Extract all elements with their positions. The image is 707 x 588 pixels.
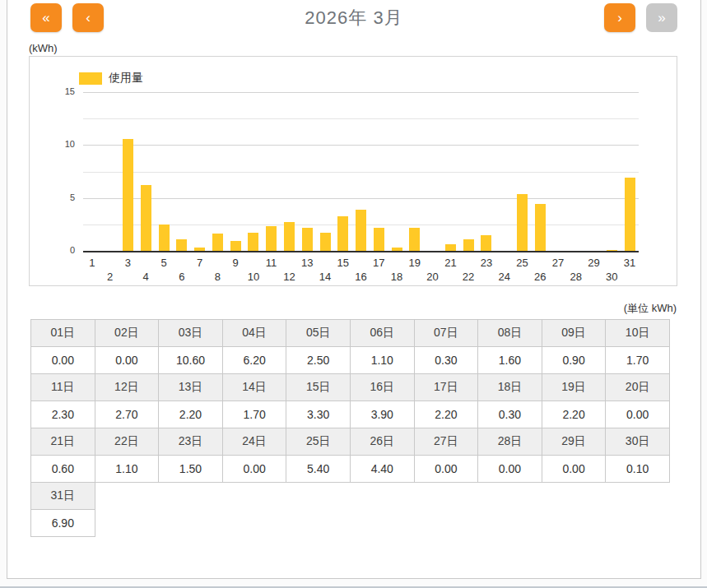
usage-value-cell: 0.00 [542, 455, 607, 483]
day-header-cell: 27日 [414, 428, 479, 456]
usage-value-cell: 1.70 [222, 400, 287, 428]
usage-value-cell: 1.50 [158, 455, 223, 483]
usage-panel: « ‹ 2026年 3月 › » (kWh) 使用量 0510151234567… [7, 0, 701, 579]
x-axis-tick-label: 20 [422, 271, 444, 283]
day-header-cell: 03日 [158, 319, 223, 347]
day-header-cell: 01日 [30, 319, 95, 347]
x-axis-tick-label: 30 [601, 271, 622, 283]
bar-day-21 [445, 244, 456, 251]
day-header-cell: 15日 [286, 373, 351, 401]
table-value-row-1: 0.000.0010.606.202.501.100.301.600.901.7… [30, 346, 670, 374]
bar-day-7 [194, 248, 205, 251]
usage-value-cell: 0.00 [95, 346, 160, 374]
table-value-row-3: 0.601.101.500.005.404.400.000.000.000.10 [30, 455, 670, 483]
day-header-cell: 23日 [158, 428, 223, 456]
x-axis-tick-label: 24 [494, 271, 515, 283]
bar-day-4 [141, 185, 151, 251]
major-gridline [83, 92, 639, 93]
y-axis-tick-label: 5 [42, 192, 75, 202]
x-axis-tick-label: 21 [440, 257, 461, 269]
y-axis-tick-label: 10 [42, 139, 75, 149]
day-header-cell: 02日 [95, 319, 160, 347]
bar-day-17 [374, 228, 384, 251]
legend-label: 使用量 [109, 71, 143, 86]
usage-value-cell: 0.10 [605, 455, 670, 483]
usage-value-cell: 2.20 [414, 400, 479, 428]
x-axis-tick-label: 2 [100, 271, 121, 283]
table-header-row-4: 31日 [30, 482, 670, 510]
bar-day-14 [320, 233, 331, 251]
day-header-cell: 12日 [95, 373, 160, 401]
day-header-cell: 14日 [222, 373, 287, 401]
day-header-cell: 04日 [222, 319, 287, 347]
bar-day-26 [535, 204, 546, 251]
bar-day-8 [212, 234, 223, 251]
table-unit-note: (単位 kWh) [624, 301, 677, 316]
usage-value-cell: 1.10 [95, 455, 160, 483]
day-header-cell: 06日 [350, 319, 415, 347]
usage-value-cell: 0.90 [542, 346, 607, 374]
table-header-row-3: 21日22日23日24日25日26日27日28日29日30日 [30, 428, 670, 456]
x-axis-tick-label: 28 [565, 271, 587, 283]
bar-day-13 [302, 228, 313, 251]
usage-value-cell: 0.30 [414, 346, 479, 374]
usage-value-cell: 2.20 [158, 400, 223, 428]
bar-day-16 [356, 210, 366, 251]
usage-value-cell: 0.00 [477, 455, 542, 483]
bar-day-15 [337, 216, 348, 251]
usage-value-cell: 0.60 [30, 455, 95, 483]
bar-day-22 [463, 239, 474, 251]
x-axis-tick-label: 12 [278, 271, 300, 283]
major-gridline [83, 145, 639, 146]
bar-day-3 [123, 139, 133, 251]
x-axis-tick-label: 25 [512, 257, 533, 269]
usage-value-cell: 1.70 [605, 346, 670, 374]
day-header-cell: 20日 [605, 373, 670, 401]
usage-value-cell: 0.00 [414, 455, 479, 483]
x-axis-tick-label: 14 [314, 271, 336, 283]
page-title: 2026年 3月 [7, 6, 700, 30]
usage-value-cell: 2.70 [95, 400, 160, 428]
x-axis-tick-label: 27 [547, 257, 569, 269]
bar-day-19 [409, 228, 420, 251]
bar-day-25 [517, 194, 528, 251]
chevron-right-icon: › [617, 10, 622, 25]
bar-day-5 [159, 225, 170, 251]
x-axis-tick-label: 15 [333, 257, 354, 269]
x-axis-tick-label: 4 [135, 271, 156, 283]
x-axis-tick-label: 22 [458, 271, 479, 283]
day-header-cell: 29日 [542, 428, 607, 456]
day-header-cell: 28日 [477, 428, 542, 456]
x-axis-line [83, 251, 639, 252]
bar-day-6 [176, 239, 187, 251]
bar-day-23 [481, 235, 491, 251]
day-header-cell: 24日 [222, 428, 287, 456]
table-header-row-1: 01日02日03日04日05日06日07日08日09日10日 [30, 319, 670, 347]
usage-value-cell: 0.00 [222, 455, 287, 483]
day-header-cell: 25日 [286, 428, 351, 456]
day-header-cell: 16日 [350, 373, 415, 401]
bar-day-11 [266, 226, 277, 251]
minor-gridline [83, 118, 639, 119]
day-header-cell: 19日 [542, 373, 607, 401]
next-month-button[interactable]: › [604, 3, 635, 32]
bar-day-31 [625, 178, 635, 251]
day-header-cell: 22日 [95, 428, 160, 456]
usage-value-cell: 0.00 [605, 400, 670, 428]
day-header-cell: 08日 [477, 319, 542, 347]
usage-value-cell: 10.60 [158, 346, 223, 374]
major-gridline [83, 198, 639, 199]
x-axis-tick-label: 17 [368, 257, 389, 269]
x-axis-tick-label: 10 [243, 271, 264, 283]
x-axis-tick-label: 3 [117, 257, 138, 269]
x-axis-tick-label: 9 [225, 257, 246, 269]
usage-value-cell: 1.60 [477, 346, 542, 374]
daily-usage-table: 01日02日03日04日05日06日07日08日09日10日0.000.0010… [30, 319, 670, 537]
usage-value-cell: 4.40 [350, 455, 415, 483]
x-axis-tick-label: 7 [189, 257, 211, 269]
day-header-cell: 10日 [605, 319, 670, 347]
day-header-cell: 26日 [350, 428, 415, 456]
day-header-cell: 30日 [605, 428, 670, 456]
usage-value-cell: 6.20 [222, 346, 287, 374]
minor-gridline [83, 172, 639, 173]
